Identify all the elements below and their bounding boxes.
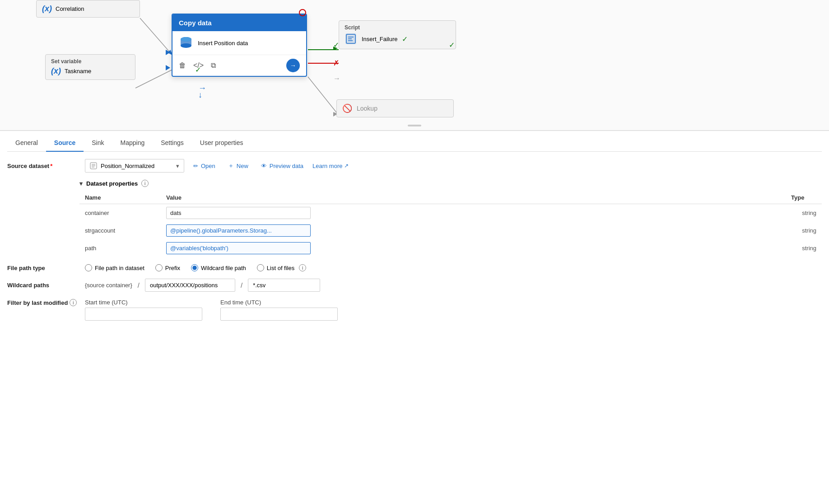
slash-separator-1: /	[136, 281, 141, 289]
script-title: Script	[345, 24, 450, 31]
wildcard-paths-label: Wildcard paths	[7, 282, 79, 289]
info-icon[interactable]: i	[141, 180, 149, 187]
dataset-properties-section: ▾ Dataset properties i Name Value Type c…	[79, 180, 822, 257]
failure-connector-icon: ✗	[333, 59, 339, 67]
wildcard-path-inputs: {source container} / /	[85, 279, 320, 292]
new-button[interactable]: ＋ New	[224, 160, 252, 172]
bottom-panel: General Source Sink Mapping Settings Use…	[0, 131, 829, 324]
radio-listfiles-input[interactable]	[257, 264, 264, 271]
script-node[interactable]: Script Insert_Failure ✓	[339, 20, 456, 49]
file-path-type-options: File path in dataset Prefix Wildcard fil…	[85, 264, 306, 271]
table-row: strgaccount string	[79, 222, 822, 239]
tab-general[interactable]: General	[7, 135, 46, 152]
svg-line-0	[140, 18, 172, 54]
neutral-connector-icon: →	[333, 75, 340, 83]
prop-type-container: string	[786, 204, 822, 222]
slash-separator-2: /	[239, 281, 244, 289]
prop-type-strgaccount: string	[786, 222, 822, 239]
preview-data-button[interactable]: 👁 Preview data	[257, 161, 307, 171]
filter-info-icon[interactable]: i	[70, 299, 77, 306]
tab-settings[interactable]: Settings	[153, 135, 192, 152]
setvariable-title: Set variable	[51, 58, 130, 65]
open-button[interactable]: ✏ Open	[190, 161, 219, 171]
radio-filepath-input[interactable]	[85, 264, 92, 271]
start-time-label: Start time (UTC)	[85, 299, 202, 306]
filter-time-inputs: Start time (UTC) End time (UTC)	[85, 299, 338, 321]
svg-line-1	[135, 70, 172, 88]
script-check: ✓	[402, 35, 408, 43]
copydata-node[interactable]: Copy data Insert Position data 🗑 </> ⧉ →	[172, 14, 307, 77]
end-time-group: End time (UTC)	[220, 299, 338, 321]
pipeline-canvas: (x) Correlation Set variable (x) Tasknam…	[0, 0, 829, 131]
end-time-input[interactable]	[220, 308, 338, 321]
file-path-type-row: File path type File path in dataset Pref…	[7, 264, 822, 271]
copy-icon[interactable]: ⧉	[211, 61, 216, 70]
prop-name-path: path	[79, 239, 161, 257]
copydata-item: Insert Position data	[198, 40, 248, 47]
plus-icon: ＋	[228, 162, 234, 170]
lookup-node[interactable]: 🚫 Lookup	[336, 99, 454, 117]
prop-value-path[interactable]	[161, 239, 786, 257]
source-form: Source dataset* Position_Normalized ▾ ✏ …	[7, 152, 822, 324]
setvariable-check: ✓	[195, 65, 201, 74]
col-type-header: Type	[786, 191, 822, 204]
radio-listfiles[interactable]: List of files i	[257, 264, 306, 271]
source-dataset-row: Source dataset* Position_Normalized ▾ ✏ …	[7, 159, 822, 173]
dataset-select[interactable]: Position_Normalized ▾	[85, 159, 184, 173]
svg-point-11	[181, 43, 191, 48]
arrow-connector: ↓	[198, 90, 202, 100]
tab-sink[interactable]: Sink	[84, 135, 112, 152]
canvas-divider	[408, 125, 421, 126]
wildcard-folder-input[interactable]	[145, 279, 235, 292]
required-indicator: *	[50, 163, 52, 169]
filter-label: Filter by last modified i	[7, 299, 79, 306]
table-row: container string	[79, 204, 822, 222]
lookup-label: Lookup	[357, 105, 377, 112]
start-time-input[interactable]	[85, 308, 202, 321]
script-success-icon: ✓	[449, 41, 455, 49]
radio-wildcard[interactable]: Wildcard file path	[191, 264, 246, 271]
preview-icon: 👁	[261, 163, 267, 169]
container-input[interactable]	[166, 207, 311, 219]
setvariable-item: Taskname	[65, 68, 91, 75]
lookup-disabled-icon: 🚫	[342, 103, 352, 113]
pencil-icon: ✏	[193, 163, 198, 169]
script-item: Insert_Failure	[362, 36, 397, 42]
setvariable-node[interactable]: Set variable (x) Taskname	[45, 54, 135, 80]
script-icon	[345, 33, 357, 45]
radio-prefix-input[interactable]	[155, 264, 163, 271]
radio-prefix[interactable]: Prefix	[155, 264, 180, 271]
prop-value-strgaccount[interactable]	[161, 222, 786, 239]
tab-user-properties[interactable]: User properties	[192, 135, 251, 152]
dataset-properties-header[interactable]: ▾ Dataset properties i	[79, 180, 822, 187]
tab-mapping[interactable]: Mapping	[112, 135, 153, 152]
listfiles-info-icon[interactable]: i	[299, 264, 306, 271]
copydata-header: Copy data	[172, 14, 306, 31]
correlation-label: Correlation	[56, 5, 84, 12]
svg-marker-5	[166, 50, 170, 55]
external-link-icon: ↗	[344, 163, 349, 169]
prop-name-strgaccount: strgaccount	[79, 222, 161, 239]
path-input[interactable]	[166, 242, 311, 254]
table-row: path string	[79, 239, 822, 257]
copydata-title: Copy data	[179, 19, 212, 27]
radio-wildcard-input[interactable]	[191, 264, 198, 271]
tab-source[interactable]: Source	[46, 135, 84, 152]
start-time-group: Start time (UTC)	[85, 299, 202, 321]
source-container-label: {source container}	[85, 282, 132, 289]
fx-icon-2: (x)	[51, 66, 61, 76]
database-icon	[179, 36, 193, 50]
end-time-label: End time (UTC)	[220, 299, 338, 306]
correlation-node[interactable]: (x) Correlation	[36, 0, 140, 18]
strgaccount-input[interactable]	[166, 224, 311, 237]
learn-more-link[interactable]: Learn more ↗	[312, 163, 349, 169]
navigate-btn[interactable]: →	[286, 59, 300, 72]
prop-name-container: container	[79, 204, 161, 222]
chevron-down-icon: ▾	[176, 163, 179, 169]
prop-value-container[interactable]	[161, 204, 786, 222]
radio-filepath[interactable]: File path in dataset	[85, 264, 144, 271]
wildcard-file-input[interactable]	[248, 279, 320, 292]
delete-icon[interactable]: 🗑	[179, 61, 186, 70]
fx-icon: (x)	[42, 4, 52, 14]
svg-marker-6	[166, 65, 170, 70]
